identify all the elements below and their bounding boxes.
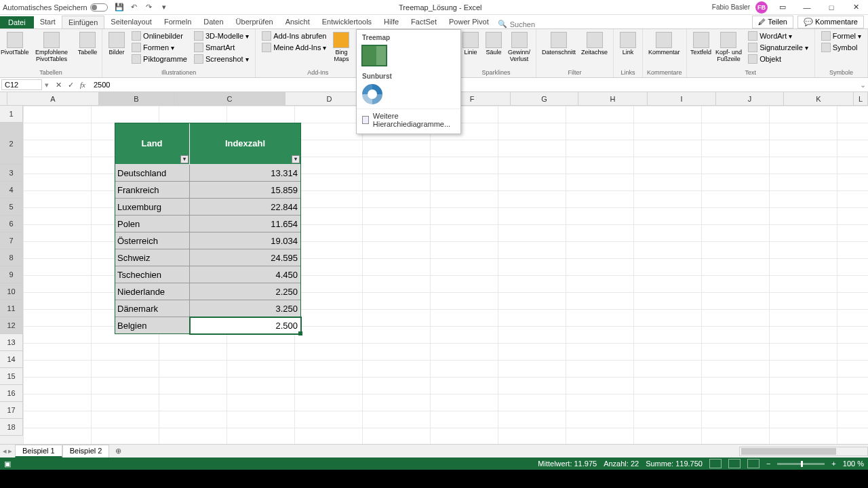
autosave-toggle[interactable]: Automatisches Speichern (3, 3, 108, 12)
tab-power pivot[interactable]: Power Pivot (443, 16, 495, 28)
filter-button-indexzahl[interactable]: ▾ (292, 155, 300, 163)
table-cell[interactable]: 24.595 (190, 249, 301, 266)
tab-überprüfen[interactable]: Überprüfen (230, 16, 279, 28)
row-header-8[interactable]: 8 (0, 249, 23, 266)
maximize-icon[interactable]: □ (822, 1, 841, 14)
get-addins-button[interactable]: Add-Ins abrufen (260, 30, 328, 41)
tab-entwicklertools[interactable]: Entwicklertools (316, 16, 378, 28)
toggle-icon[interactable] (90, 3, 108, 12)
comments-button[interactable]: 💬 Kommentare (797, 16, 864, 28)
online-pics-button[interactable]: Onlinebilder (130, 30, 189, 41)
recommended-pivot-button[interactable]: Empfohlene PivotTables (28, 30, 75, 64)
sparkline-winloss-button[interactable]: Gewinn/ Verlust (507, 30, 532, 64)
file-tab[interactable]: Datei (0, 16, 34, 28)
col-header-L[interactable]: L (854, 92, 868, 106)
select-all-corner[interactable] (0, 92, 7, 106)
table-cell[interactable]: 13.314 (190, 165, 301, 182)
table-cell[interactable]: 15.859 (190, 182, 301, 199)
sunburst-option[interactable] (362, 84, 382, 104)
tab-einfügen[interactable]: Einfügen (62, 16, 104, 28)
close-icon[interactable]: ✕ (846, 1, 865, 14)
col-header-H[interactable]: H (578, 92, 648, 106)
normal-view-icon[interactable] (709, 459, 722, 468)
avatar[interactable]: FB (755, 1, 768, 14)
row-header-14[interactable]: 14 (0, 351, 23, 368)
ribbon-mode-icon[interactable]: ▭ (773, 1, 792, 14)
name-box[interactable] (1, 79, 42, 90)
col-header-C[interactable]: C (174, 92, 285, 106)
sheet-nav-prev-icon[interactable]: ◂ (3, 447, 7, 455)
row-header-16[interactable]: 16 (0, 385, 23, 402)
row-header-17[interactable]: 17 (0, 402, 23, 419)
col-header-B[interactable]: B (99, 92, 174, 106)
table-cell[interactable]: 2.250 (190, 283, 301, 300)
row-header-2[interactable]: 2 (0, 123, 23, 165)
save-icon[interactable]: 💾 (115, 3, 124, 12)
table-cell[interactable]: Dänemark (115, 300, 190, 317)
textbox-button[interactable]: Textfeld (691, 30, 711, 58)
sheet-tab[interactable]: Beispiel 2 (62, 445, 110, 458)
table-cell[interactable]: Polen (115, 216, 190, 232)
table-cell[interactable]: Deutschland (115, 165, 190, 182)
sparkline-line-button[interactable]: Linie (460, 30, 481, 58)
fx-icon[interactable]: fx (77, 79, 88, 90)
my-addins-button[interactable]: Meine Add-Ins▾ (260, 42, 328, 53)
formula-input[interactable] (91, 80, 857, 89)
bing-maps-button[interactable]: Bing Maps (331, 30, 351, 64)
table-cell[interactable]: 22.844 (190, 199, 301, 216)
tab-start[interactable]: Start (34, 16, 62, 28)
qat-drop-icon[interactable]: ▾ (159, 3, 169, 12)
row-header-15[interactable]: 15 (0, 368, 23, 385)
pictures-button[interactable]: Bilder (106, 30, 127, 58)
pivot-button[interactable]: PivotTable (4, 30, 26, 58)
zoom-slider[interactable] (777, 463, 825, 465)
slicer-button[interactable]: Datenschnitt (540, 30, 577, 58)
cancel-formula-icon[interactable]: ✕ (53, 79, 64, 90)
symbol-button[interactable]: Symbol (819, 42, 863, 53)
timeline-button[interactable]: Zeitachse (580, 30, 609, 58)
namebox-drop-icon[interactable]: ▾ (43, 81, 50, 89)
row-header-3[interactable]: 3 (0, 165, 23, 182)
enter-formula-icon[interactable]: ✓ (65, 79, 76, 90)
col-header-I[interactable]: I (648, 92, 716, 106)
sheet-tab[interactable]: Beispiel 1 (15, 445, 62, 458)
comment-button[interactable]: Kommentar (647, 30, 682, 58)
table-cell[interactable]: 2.500 (190, 317, 301, 334)
screenshot-button[interactable]: Screenshot▾ (192, 54, 251, 64)
table-cell[interactable]: Tschechien (115, 266, 190, 283)
record-macro-icon[interactable]: ▣ (4, 460, 11, 468)
undo-icon[interactable]: ↶ (130, 3, 139, 12)
tab-hilfe[interactable]: Hilfe (378, 16, 405, 28)
row-header-12[interactable]: 12 (0, 317, 23, 334)
row-header-10[interactable]: 10 (0, 283, 23, 300)
row-header-4[interactable]: 4 (0, 182, 23, 199)
table-cell[interactable]: Luxemburg (115, 199, 190, 216)
share-button[interactable]: 🖉 Teilen (752, 16, 793, 28)
table-cell[interactable]: Schweiz (115, 249, 190, 266)
tab-formeln[interactable]: Formeln (158, 16, 197, 28)
link-button[interactable]: Link (618, 30, 638, 58)
table-cell[interactable]: Österreich (115, 232, 190, 249)
row-header-6[interactable]: 6 (0, 216, 23, 232)
row-header-18[interactable]: 18 (0, 419, 23, 436)
minimize-icon[interactable]: — (797, 1, 816, 14)
col-header-K[interactable]: K (784, 92, 854, 106)
row-header-1[interactable]: 1 (0, 106, 23, 123)
table-cell[interactable]: 19.034 (190, 232, 301, 249)
zoom-level[interactable]: 100 % (843, 460, 864, 468)
zoom-in-icon[interactable]: + (831, 460, 835, 468)
tab-daten[interactable]: Daten (197, 16, 229, 28)
table-cell[interactable]: Belgien (115, 317, 190, 334)
sparkline-column-button[interactable]: Säule (484, 30, 504, 58)
pagelayout-view-icon[interactable] (728, 459, 741, 468)
tab-ansicht[interactable]: Ansicht (279, 16, 316, 28)
row-header-5[interactable]: 5 (0, 199, 23, 216)
tab-factset[interactable]: FactSet (405, 16, 443, 28)
col-header-G[interactable]: G (511, 92, 578, 106)
row-header-13[interactable]: 13 (0, 334, 23, 351)
more-hierarchy-charts[interactable]: Weitere Hierarchiediagramme... (357, 108, 460, 131)
table-cell[interactable]: 4.450 (190, 266, 301, 283)
redo-icon[interactable]: ↷ (144, 3, 154, 12)
equation-button[interactable]: Formel▾ (819, 30, 863, 41)
selection-handle[interactable] (298, 331, 302, 336)
